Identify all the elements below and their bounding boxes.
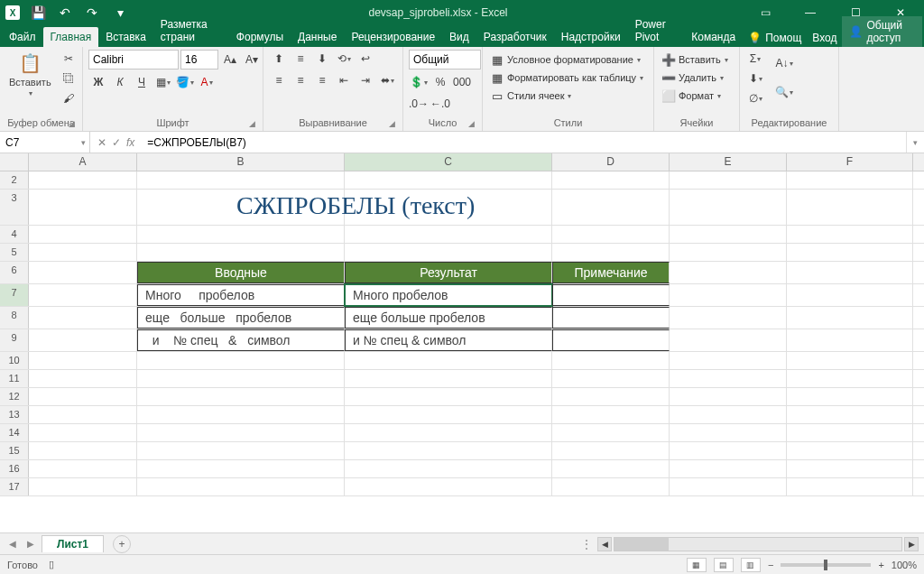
grow-font-icon[interactable]: A▴	[220, 51, 240, 69]
cell[interactable]	[29, 262, 137, 283]
autosum-icon[interactable]: Σ▾	[745, 50, 765, 68]
cell[interactable]	[787, 442, 913, 459]
expand-formula-bar-icon[interactable]: ▾	[906, 132, 924, 153]
cell[interactable]	[787, 406, 913, 423]
cell[interactable]	[29, 424, 137, 441]
cell[interactable]	[552, 424, 670, 441]
format-cells-button[interactable]: ⬜Формат▾	[660, 88, 723, 104]
cell[interactable]	[787, 478, 913, 495]
cell[interactable]	[137, 424, 345, 441]
font-color-icon[interactable]: A▾	[197, 73, 217, 91]
cell[interactable]	[29, 352, 137, 369]
cell[interactable]	[29, 171, 137, 189]
row-header[interactable]: 15	[0, 442, 29, 459]
row-header[interactable]: 13	[0, 406, 29, 423]
scroll-left-icon[interactable]: ◀	[597, 537, 612, 551]
cell[interactable]	[552, 190, 670, 225]
bold-button[interactable]: Ж	[88, 73, 108, 91]
col-header-f[interactable]: F	[787, 153, 913, 171]
cell[interactable]	[670, 352, 787, 369]
col-header-c[interactable]: C	[345, 153, 552, 171]
cell[interactable]	[787, 388, 913, 405]
increase-indent-icon[interactable]: ⇥	[356, 71, 375, 89]
fill-color-icon[interactable]: 🪣▾	[175, 73, 195, 91]
cell[interactable]	[787, 329, 913, 351]
fx-icon[interactable]: fx	[126, 136, 134, 149]
cell[interactable]	[29, 406, 137, 423]
row-header[interactable]: 10	[0, 352, 29, 369]
cut-icon[interactable]: ✂	[59, 50, 79, 68]
table-cell[interactable]: Много пробелов	[137, 284, 345, 306]
cell[interactable]	[552, 171, 670, 189]
tab-powerpivot[interactable]: Power Pivot	[628, 14, 685, 47]
zoom-out-icon[interactable]: −	[768, 560, 773, 570]
table-cell[interactable]: еще больше пробелов	[137, 307, 345, 329]
align-right-icon[interactable]: ≡	[312, 71, 332, 89]
merge-center-icon[interactable]: ⬌▾	[377, 71, 397, 89]
qat-customize-icon[interactable]: ▾	[111, 4, 129, 22]
cell[interactable]	[552, 478, 670, 495]
cell[interactable]	[137, 226, 345, 243]
cell[interactable]	[787, 226, 913, 243]
table-cell[interactable]	[552, 307, 670, 329]
number-format-combo[interactable]	[409, 50, 481, 69]
col-header-d[interactable]: D	[552, 153, 670, 171]
align-middle-icon[interactable]: ≡	[291, 50, 310, 68]
col-header-a[interactable]: A	[29, 153, 137, 171]
align-center-icon[interactable]: ≡	[291, 71, 310, 89]
cell[interactable]	[345, 406, 552, 423]
cell[interactable]	[787, 424, 913, 441]
format-as-table-button[interactable]: ▦Форматировать как таблицу▾	[488, 69, 645, 86]
cancel-formula-icon[interactable]: ✕	[97, 136, 106, 149]
cell[interactable]	[787, 190, 913, 225]
cell[interactable]	[552, 226, 670, 243]
macro-record-icon[interactable]: ▯	[49, 559, 54, 570]
cell[interactable]	[29, 284, 137, 306]
cell[interactable]	[29, 307, 137, 329]
cell[interactable]	[29, 190, 137, 225]
cell[interactable]	[137, 406, 345, 423]
tell-me[interactable]: 💡Помощ	[743, 29, 807, 47]
cell[interactable]	[137, 460, 345, 477]
cell[interactable]	[29, 388, 137, 405]
table-cell[interactable]: еще больше пробелов	[345, 307, 552, 329]
sheet-nav-prev-icon[interactable]: ◀	[5, 539, 20, 549]
sheet-tab[interactable]: Лист1	[42, 535, 104, 552]
tab-formulas[interactable]: Формулы	[229, 27, 291, 47]
fill-icon[interactable]: ⬇▾	[745, 69, 765, 88]
row-header[interactable]: 16	[0, 460, 29, 477]
minimize-icon[interactable]: —	[792, 1, 828, 24]
cell[interactable]	[670, 171, 787, 189]
redo-icon[interactable]: ↷	[83, 4, 101, 22]
table-header-input[interactable]: Вводные	[137, 262, 345, 283]
italic-button[interactable]: К	[110, 73, 130, 91]
cell[interactable]	[137, 352, 345, 369]
cell[interactable]	[29, 329, 137, 351]
find-select-icon[interactable]: 🔍▾	[774, 79, 794, 106]
cell[interactable]	[345, 388, 552, 405]
cell[interactable]	[345, 352, 552, 369]
cell[interactable]	[787, 284, 913, 306]
borders-icon[interactable]: ▦▾	[153, 73, 173, 91]
insert-cells-button[interactable]: ➕Вставить▾	[660, 51, 730, 68]
cell[interactable]	[670, 226, 787, 243]
cell[interactable]	[670, 329, 787, 351]
cell[interactable]	[137, 370, 345, 387]
sheet-nav-next-icon[interactable]: ▶	[23, 539, 38, 549]
cell[interactable]	[670, 190, 787, 225]
name-box[interactable]	[0, 136, 77, 149]
dialog-launcher-icon[interactable]: ◢	[389, 119, 395, 128]
cell[interactable]	[670, 307, 787, 329]
undo-icon[interactable]: ↶	[56, 4, 74, 22]
cell[interactable]	[787, 171, 913, 189]
align-bottom-icon[interactable]: ⬇	[312, 50, 332, 68]
row-header[interactable]: 2	[0, 171, 29, 189]
dialog-launcher-icon[interactable]: ◢	[249, 119, 255, 128]
tab-home[interactable]: Главная	[43, 27, 99, 47]
format-painter-icon[interactable]: 🖌	[59, 89, 79, 107]
cell[interactable]	[137, 442, 345, 459]
cell[interactable]	[345, 478, 552, 495]
orientation-icon[interactable]: ⟲▾	[334, 50, 354, 68]
cell[interactable]	[670, 244, 787, 261]
view-normal-icon[interactable]: ▦	[687, 558, 707, 572]
